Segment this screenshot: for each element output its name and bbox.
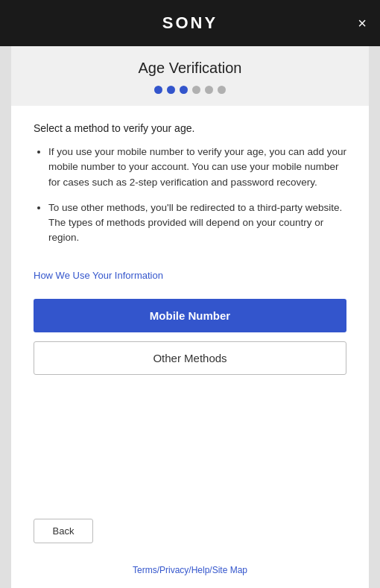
other-methods-button[interactable]: Other Methods — [34, 341, 346, 375]
info-list: If you use your mobile number to verify … — [34, 145, 346, 256]
page-title: Age Verification — [26, 60, 354, 77]
footer: Terms/Privacy/Help/Site Map — [11, 554, 369, 588]
dot-6 — [218, 86, 226, 94]
bullet-item-1: If you use your mobile number to verify … — [48, 145, 346, 190]
content-area: Select a method to verify your age. If y… — [11, 106, 369, 505]
dot-4 — [192, 86, 200, 94]
bullet-item-2: To use other methods, you'll be redirect… — [48, 200, 346, 246]
mobile-number-button[interactable]: Mobile Number — [34, 299, 346, 332]
select-method-label: Select a method to verify your age. — [34, 122, 346, 134]
back-button[interactable]: Back — [34, 519, 93, 543]
pagination-dots — [26, 86, 354, 98]
card: Age Verification Select a method to veri… — [11, 46, 369, 588]
back-button-area: Back — [11, 505, 369, 554]
dot-3 — [180, 86, 188, 94]
dot-2 — [167, 86, 175, 94]
dot-1 — [154, 86, 162, 94]
main-wrapper: Age Verification Select a method to veri… — [0, 46, 380, 588]
how-we-use-link[interactable]: How We Use Your Information — [34, 270, 346, 281]
page-title-area: Age Verification — [11, 46, 369, 106]
main-content-area: Age Verification Select a method to veri… — [0, 46, 380, 588]
footer-links[interactable]: Terms/Privacy/Help/Site Map — [133, 565, 247, 575]
dot-5 — [205, 86, 213, 94]
app-header: SONY × — [0, 0, 380, 46]
brand-logo: SONY — [162, 13, 218, 33]
close-button[interactable]: × — [358, 16, 367, 31]
